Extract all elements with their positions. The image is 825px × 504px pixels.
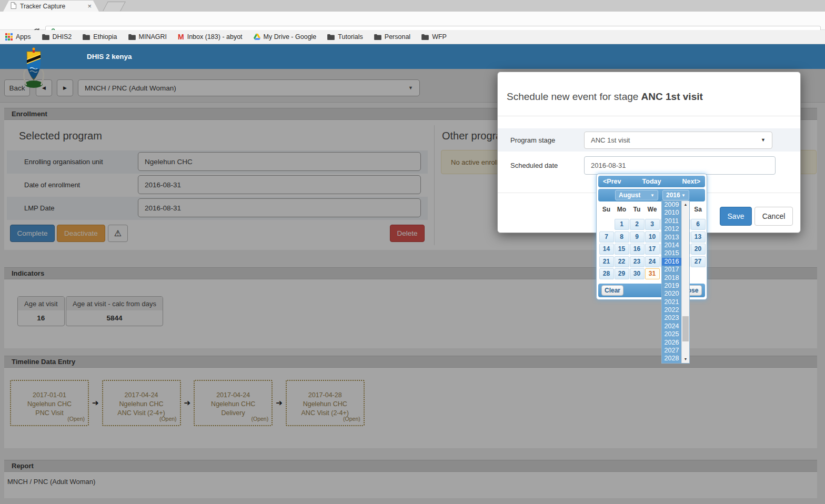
bookmark-minagri[interactable]: MINAGRI [128, 33, 167, 41]
datepicker-next-button[interactable]: Next> [682, 176, 700, 187]
bookmark-label: WFP [432, 33, 447, 41]
year-option-2023[interactable]: 2023 [662, 314, 681, 322]
folder-icon [327, 34, 335, 40]
calendar-day-13[interactable]: 13 [691, 231, 706, 243]
scheduled-date-label: Scheduled date [498, 162, 584, 169]
folder-icon [83, 34, 90, 40]
calendar-day-7[interactable]: 7 [599, 231, 614, 243]
cancel-button[interactable]: Cancel [754, 207, 793, 226]
program-stage-label: Program stage [498, 136, 584, 144]
calendar-day-27[interactable]: 27 [691, 256, 706, 267]
folder-icon [42, 34, 49, 40]
day-of-week-label: We [645, 206, 660, 214]
calendar-day-30[interactable]: 30 [630, 268, 645, 279]
year-option-2016[interactable]: 2016 [662, 258, 681, 266]
calendar-day-31[interactable]: 31 [645, 268, 660, 279]
tab-title: Tracker Capture [20, 3, 84, 10]
year-option-2013[interactable]: 2013 [662, 234, 681, 241]
year-option-2010[interactable]: 2010 [662, 209, 681, 217]
drive-icon [254, 34, 260, 40]
browser-tab-bar: Tracker Capture × [0, 0, 825, 12]
scroll-down-icon[interactable]: ▼ [682, 356, 689, 363]
year-dropdown: 2009201020112012201320142015201620172018… [661, 200, 690, 364]
bookmark-tutorials[interactable]: Tutorials [327, 33, 363, 41]
year-option-2024[interactable]: 2024 [662, 322, 681, 330]
bookmark-ethiopia[interactable]: Ethiopia [83, 33, 117, 41]
bookmark-dhis2[interactable]: DHIS2 [42, 33, 72, 41]
program-stage-value: ANC 1st visit [591, 136, 630, 144]
chevron-down-icon: ▼ [761, 137, 766, 143]
year-list: 2009201020112012201320142015201620172018… [662, 201, 681, 363]
bookmark-label: MINAGRI [139, 33, 167, 41]
calendar-day-9[interactable]: 9 [630, 231, 645, 243]
year-option-2012[interactable]: 2012 [662, 225, 681, 233]
year-option-2014[interactable]: 2014 [662, 241, 681, 249]
year-option-2009[interactable]: 2009 [662, 201, 681, 209]
close-icon[interactable]: × [87, 3, 92, 9]
calendar-day-6[interactable]: 6 [691, 219, 706, 230]
year-option-2021[interactable]: 2021 [662, 298, 681, 306]
day-of-week-label: Mo [614, 206, 629, 214]
program-stage-select[interactable]: ANC 1st visit ▼ [584, 132, 772, 149]
new-tab-button[interactable] [103, 2, 126, 11]
calendar-day-23[interactable]: 23 [630, 256, 645, 267]
year-scrollbar[interactable]: ▲ ▼ [681, 201, 689, 363]
screen: Tracker Capture × ← → Secure | https://p… [0, 0, 825, 504]
folder-icon [374, 34, 381, 40]
year-option-2017[interactable]: 2017 [662, 266, 681, 274]
day-of-week-label: Su [599, 206, 614, 214]
year-select[interactable]: 2016▼ [662, 190, 689, 200]
calendar-day-24[interactable]: 24 [645, 256, 660, 267]
calendar-day-21[interactable]: 21 [599, 256, 614, 267]
day-of-week-label: Sa [690, 206, 706, 214]
year-option-2026[interactable]: 2026 [662, 339, 681, 347]
month-select[interactable]: August▼ [615, 190, 658, 200]
calendar-day-8[interactable]: 8 [615, 231, 629, 243]
bookmark-apps[interactable]: Apps [5, 33, 31, 41]
folder-icon [128, 34, 136, 40]
modal-header-divider [498, 116, 800, 116]
calendar-day-2[interactable]: 2 [630, 219, 645, 230]
calendar-day-3[interactable]: 3 [645, 219, 660, 230]
bookmark-my-drive-google[interactable]: My Drive - Google [254, 33, 317, 41]
page-favicon-icon [11, 2, 16, 11]
bookmark-inbox-183-abyot[interactable]: MInbox (183) - abyot [178, 33, 243, 41]
bookmark-personal[interactable]: Personal [374, 33, 410, 41]
datepicker-nav-bar: <Prev Today Next> [598, 176, 705, 187]
year-option-2028[interactable]: 2028 [662, 355, 681, 362]
calendar-day-28[interactable]: 28 [599, 268, 614, 279]
calendar-day-22[interactable]: 22 [615, 256, 629, 267]
calendar-day-14[interactable]: 14 [599, 244, 614, 255]
year-option-2018[interactable]: 2018 [662, 274, 681, 282]
year-option-2019[interactable]: 2019 [662, 282, 681, 290]
calendar-day-20[interactable]: 20 [691, 244, 706, 255]
bookmark-wfp[interactable]: WFP [421, 33, 447, 41]
calendar-day-17[interactable]: 17 [645, 244, 660, 255]
calendar-day-29[interactable]: 29 [615, 268, 629, 279]
chevron-down-icon: ▼ [650, 193, 655, 198]
scrollbar-thumb[interactable] [682, 316, 689, 341]
apps-grid-icon [5, 33, 13, 41]
year-option-2022[interactable]: 2022 [662, 306, 681, 314]
bookmark-label: DHIS2 [53, 33, 72, 41]
calendar-day-1[interactable]: 1 [615, 219, 629, 230]
browser-toolbar: ← → Secure | https://play.dhis2.org/demo… [0, 12, 825, 30]
year-option-2027[interactable]: 2027 [662, 347, 681, 355]
year-option-2015[interactable]: 2015 [662, 249, 681, 257]
clear-button[interactable]: Clear [601, 285, 623, 296]
app-title: DHIS 2 kenya [87, 44, 132, 69]
bookmark-label: Tutorials [338, 33, 363, 41]
program-stage-row: Program stage ANC 1st visit ▼ [498, 128, 800, 152]
year-option-2025[interactable]: 2025 [662, 330, 681, 338]
save-button[interactable]: Save [720, 207, 752, 226]
bookmark-label: Ethiopia [93, 33, 117, 41]
calendar-day-15[interactable]: 15 [615, 244, 629, 255]
scheduled-date-input[interactable] [584, 156, 776, 175]
calendar-day-16[interactable]: 16 [630, 244, 645, 255]
scroll-up-icon[interactable]: ▲ [682, 201, 689, 208]
browser-tab[interactable]: Tracker Capture × [3, 1, 99, 12]
year-option-2020[interactable]: 2020 [662, 290, 681, 298]
year-option-2011[interactable]: 2011 [662, 217, 681, 225]
calendar-day-10[interactable]: 10 [645, 231, 660, 243]
bookmark-label: Apps [16, 33, 31, 41]
